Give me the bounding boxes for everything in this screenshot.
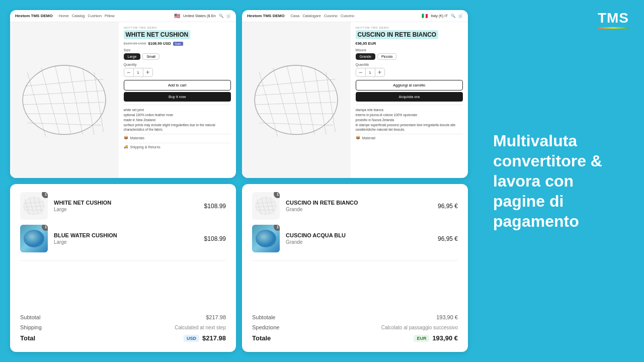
qty-minus-en[interactable]: −: [124, 68, 133, 76]
nav-cushion[interactable]: Cushion: [88, 14, 102, 18]
flag-it: 🇮🇹: [422, 13, 428, 19]
size-buttons-it: Grande Piccolo: [356, 53, 463, 60]
qty-label-it: Quantità: [356, 63, 463, 66]
cart-price-blue-en: $108.99: [196, 235, 226, 242]
cart-thumb-white-it: 1: [252, 192, 280, 220]
nav-right-it: 🇮🇹 Italy (€) IT 🔍 🛒: [422, 13, 463, 19]
buy-now-it[interactable]: Acquista ora: [356, 92, 463, 102]
total-value-it: 193,90 €: [432, 334, 458, 342]
total-value-en: $217.98: [202, 334, 226, 342]
accordion-shipping-en[interactable]: 🚚 Shipping & Returns: [124, 143, 231, 150]
cart-name-white-it: CUSCINO IN RETE BIANCO: [286, 200, 422, 206]
price-it: €96,95 EUR: [356, 41, 376, 46]
nav-bar-en: Hextom TMS DEMO Home Catalog Cushion Pil…: [10, 10, 236, 22]
cart-item-white-en: 1 WHITE NET CUSHION Large $108.99: [20, 192, 226, 220]
product-image-it: [242, 22, 351, 178]
nav-catalogare[interactable]: Catalogare: [302, 14, 321, 18]
qty-plus-en[interactable]: +: [143, 68, 152, 76]
price-sale-en: $108.99 USD: [148, 41, 171, 46]
product-content-it: HEXTOM TMS DEMO CUSCINO IN RETE BIANCO €…: [242, 22, 468, 178]
locale-it: Italy (€) IT: [431, 14, 448, 18]
truck-icon: 🚚: [124, 145, 128, 149]
add-to-cart-en[interactable]: Add to cart: [124, 80, 231, 90]
nav-pillow[interactable]: Pillow: [105, 14, 115, 18]
cart-icon[interactable]: 🛒: [226, 14, 231, 18]
brand-en: Hextom TMS DEMO: [15, 14, 53, 18]
cart-divider-it: [252, 260, 458, 261]
currency-badge-eur: EUR: [414, 335, 429, 342]
size-buttons-en: Large Small: [124, 53, 231, 60]
nav-casa[interactable]: Casa: [291, 14, 300, 18]
cart-price-white-en: $108.99: [196, 203, 226, 210]
cart-name-blue-en: BLUE WATER CUSHION: [54, 232, 190, 238]
cart-info-white-it: CUSCINO IN RETE BIANCO Grande: [286, 200, 422, 212]
search-icon-it[interactable]: 🔍: [451, 14, 455, 18]
product-image-en: [10, 22, 119, 178]
qty-label-en: Quantity: [124, 63, 231, 66]
flag-us: 🇺🇸: [174, 13, 180, 19]
nav-right-en: 🇺🇸 United States ($ En 🔍 🛒: [174, 13, 231, 19]
currency-badge-usd: USD: [184, 335, 199, 342]
shipping-label-it: Spedizione: [252, 324, 279, 330]
product-brand-en: HEXTOM TMS DEMO: [124, 26, 231, 29]
subtotal-row-it: Subtotale 193,90 €: [252, 312, 458, 322]
subtotal-value-en: $217.98: [206, 314, 226, 320]
size-small-en[interactable]: Small: [142, 53, 159, 60]
cart-thumb-blue-en: 1: [20, 225, 48, 252]
currency-total-it: EUR 193,90 €: [414, 334, 458, 342]
subtotal-value-it: 193,90 €: [436, 314, 458, 320]
product-title-it: CUSCINO IN RETE BIANCO: [356, 30, 439, 39]
cart-divider-en: [20, 260, 226, 261]
nav-links-it: Casa Catalogare Cuscino Cuscino: [291, 14, 354, 18]
buy-now-en[interactable]: Buy it now: [124, 92, 231, 102]
product-panel-it: Hextom TMS DEMO Casa Catalogare Cuscino …: [242, 10, 468, 178]
cart-name-blue-it: CUSCINO ACQUA BLU: [286, 232, 422, 238]
cart-thumb-white-en: 1: [20, 192, 48, 220]
shipping-row-it: Spedizione Calcolato al passaggio succes…: [252, 322, 458, 332]
product-title-en: WHITE NET CUSHION: [124, 30, 191, 39]
cart-info-blue-it: CUSCINO ACQUA BLU Grande: [286, 232, 422, 245]
size-large-en[interactable]: Large: [124, 53, 141, 60]
qty-row-en: − 1 +: [124, 68, 153, 77]
total-label-it: Totale: [252, 334, 271, 342]
accordion-materiali-it[interactable]: 📦 Materiali: [356, 134, 463, 141]
size-label-it: Misura: [356, 48, 463, 52]
brand-it: Hextom TMS DEMO: [247, 14, 285, 18]
nav-home[interactable]: Home: [59, 14, 69, 18]
nav-cuscino1[interactable]: Cuscino: [324, 14, 338, 18]
accordion-materials-en[interactable]: 📦 Materials: [124, 134, 231, 141]
cart-price-blue-it: 96,95 €: [428, 235, 458, 242]
product-panel-en: Hextom TMS DEMO Home Catalog Cushion Pil…: [10, 10, 236, 178]
cart-name-white-en: WHITE NET CUSHION: [54, 200, 190, 206]
qty-plus-it[interactable]: +: [375, 68, 384, 76]
shipping-row-en: Shipping Calculated at next step: [20, 322, 226, 332]
add-to-cart-it[interactable]: Aggiungi al carrello: [356, 80, 463, 90]
qty-value-en: 1: [133, 68, 143, 76]
nav-bar-it: Hextom TMS DEMO Casa Catalogare Cuscino …: [242, 10, 468, 22]
cart-totals-it: Subtotale 193,90 € Spedizione Calcolato …: [252, 312, 458, 344]
size-grande-it[interactable]: Grande: [356, 53, 375, 60]
size-piccolo-it[interactable]: Piccolo: [377, 53, 397, 60]
product-brand-it: HEXTOM TMS DEMO: [356, 26, 463, 29]
subtotal-label-it: Subtotale: [252, 314, 275, 320]
cart-panel-eur: 1 CUSCINO IN RETE BIANCO Grande 96,95 €: [242, 184, 468, 352]
total-row-it: Totale EUR 193,90 €: [252, 332, 458, 344]
subtotal-label-en: Subtotal: [20, 314, 40, 320]
price-original-en: $129.99 USD: [124, 41, 146, 46]
panels-grid: Hextom TMS DEMO Home Catalog Cushion Pil…: [10, 10, 468, 352]
qty-minus-it[interactable]: −: [356, 68, 365, 76]
nav-cuscino2[interactable]: Cuscino: [341, 14, 354, 18]
currency-total-en: USD $217.98: [184, 334, 226, 342]
svg-point-35: [24, 230, 44, 247]
cart-icon-it[interactable]: 🛒: [458, 14, 463, 18]
sale-badge-en: Sale: [173, 42, 183, 46]
svg-point-44: [256, 230, 276, 247]
search-icon[interactable]: 🔍: [219, 14, 223, 18]
qty-row-it: − 1 +: [356, 68, 385, 77]
cart-panel-usd: 1 WHITE NET CUSHION Large $108.99: [10, 184, 236, 352]
total-row-en: Total USD $217.98: [20, 332, 226, 344]
nav-catalog[interactable]: Catalog: [72, 14, 85, 18]
box-icon: 📦: [124, 136, 128, 140]
total-label-en: Total: [20, 334, 35, 342]
box-icon-it: 📦: [356, 136, 360, 140]
